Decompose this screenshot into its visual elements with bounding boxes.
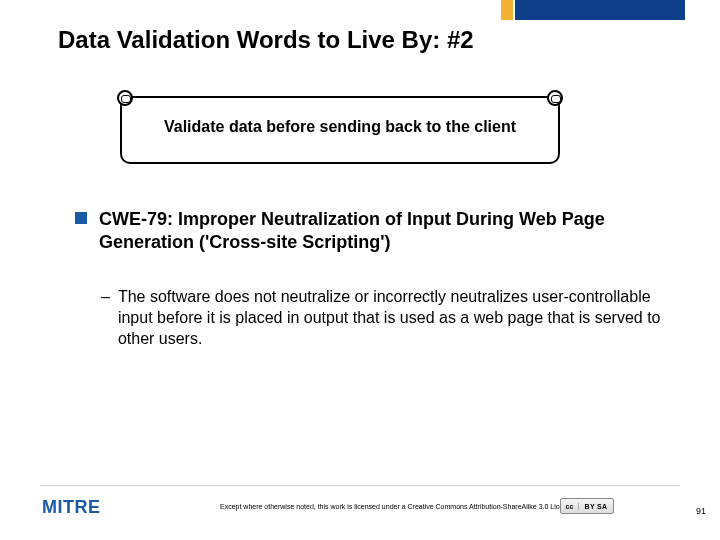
mitre-logo: MITRE [42, 497, 101, 518]
slide-title: Data Validation Words to Live By: #2 [58, 26, 474, 54]
callout-box: Validate data before sending back to the… [120, 96, 560, 164]
sub-bullet-item: – The software does not neutralize or in… [101, 287, 665, 349]
license-text: Except where otherwise noted, this work … [220, 503, 574, 510]
footer-divider [40, 485, 680, 486]
scroll-ornament-right-icon [547, 90, 563, 106]
dash-bullet-icon: – [101, 288, 110, 306]
body-content: CWE-79: Improper Neutralization of Input… [75, 208, 665, 349]
bullet-text: CWE-79: Improper Neutralization of Input… [99, 208, 665, 253]
cc-license-badge: cc BY SA [560, 498, 614, 514]
square-bullet-icon [75, 212, 87, 224]
scroll-ornament-left-icon [117, 90, 133, 106]
cc-mark: cc [561, 503, 579, 510]
header-accent-bar [515, 0, 685, 20]
sub-bullet-text: The software does not neutralize or inco… [118, 287, 665, 349]
page-number: 91 [696, 506, 706, 516]
cc-terms: BY SA [579, 503, 613, 510]
slide: Data Validation Words to Live By: #2 Val… [0, 0, 720, 540]
callout-container: Validate data before sending back to the… [120, 96, 560, 164]
bullet-item: CWE-79: Improper Neutralization of Input… [75, 208, 665, 253]
callout-text: Validate data before sending back to the… [164, 118, 516, 135]
